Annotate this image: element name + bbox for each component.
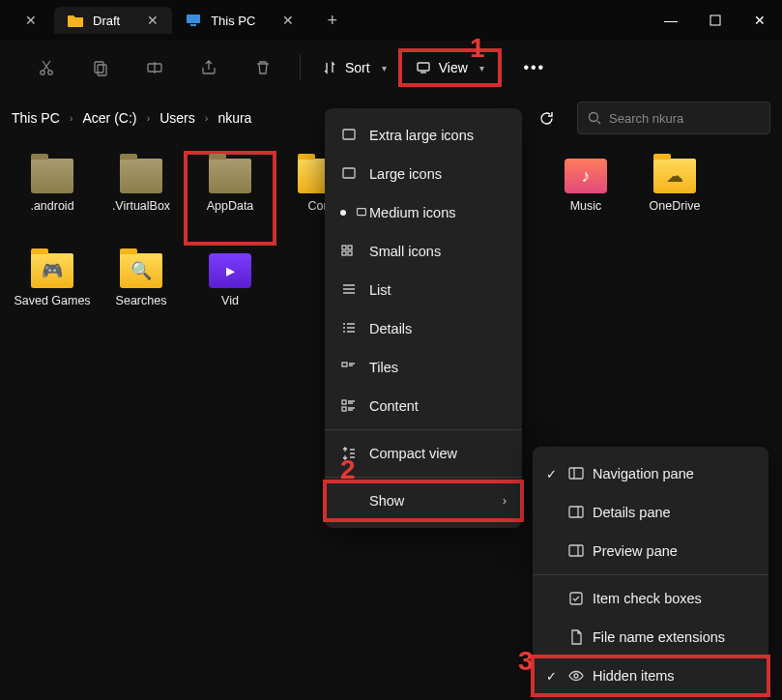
menu-separator [533,574,768,575]
svg-point-3 [41,71,44,74]
folder-label: .android [30,199,73,215]
crumb[interactable]: This PC [12,110,60,126]
svg-rect-8 [418,63,429,71]
folder-icon: 🎮 [31,253,73,288]
folder-item[interactable]: 🎮Saved Games [10,249,95,336]
svg-rect-19 [342,407,346,411]
crumb[interactable]: Users [159,110,195,126]
submenu-item-label: Details pane [593,505,671,520]
eye-icon [567,667,585,685]
folder-glyph-icon: ▸ [209,253,251,288]
view-menu-item[interactable]: List [325,271,522,309]
folder-item[interactable]: ▸Vid [188,249,273,336]
folder-label: OneDrive [650,199,701,215]
share-button[interactable] [189,48,228,87]
view-menu-item[interactable]: Extra large icons [325,116,522,155]
view-menu-item[interactable]: Tiles [325,348,522,387]
show-submenu-item[interactable]: ✓Navigation pane [533,454,768,493]
svg-rect-16 [348,251,352,255]
svg-rect-11 [343,168,355,178]
show-submenu-item[interactable]: Details pane [533,493,768,532]
view-menu-item[interactable]: Details [325,309,522,348]
tab-this-pc[interactable]: This PC ✕ [172,7,307,34]
view-menu-item[interactable]: Medium icons [325,193,522,232]
details-icon [340,320,358,337]
folder-item[interactable]: .android [10,155,95,242]
toolbar: Sort ▾ View ▾ ••• [0,41,782,95]
sort-button[interactable]: Sort ▾ [310,54,398,81]
minimize-button[interactable]: — [649,0,693,41]
show-submenu-item[interactable]: File name extensions [533,618,768,656]
svg-rect-6 [98,65,106,75]
rename-button[interactable] [135,48,174,87]
folder-item[interactable]: .VirtualBox [99,155,184,242]
rect-md-icon [354,204,369,221]
menu-item-label: Tiles [369,360,398,375]
more-button[interactable]: ••• [515,48,554,87]
view-menu-item[interactable]: Content [325,387,522,425]
folder-glyph-icon: ☁ [653,159,696,193]
annotation-box-1: View ▾ [398,48,502,87]
crumb[interactable]: Acer (C:) [82,110,136,126]
svg-rect-14 [348,246,352,249]
list-icon [340,281,358,299]
menu-separator [325,429,522,430]
crumb[interactable]: nkura [217,110,251,126]
close-icon[interactable]: ✕ [8,13,54,28]
submenu-item-label: Preview pane [593,543,678,559]
show-submenu-item[interactable]: ✓Hidden items [533,656,768,695]
folder-label: Vid [221,294,239,309]
tab-draft[interactable]: Draft ✕ [54,7,172,34]
checkbox-icon [567,590,585,607]
folder-label: Searches [116,294,167,309]
show-submenu-item[interactable]: Item check boxes [533,579,768,618]
folder-icon: ♪ [565,159,607,193]
chevron-right-icon: › [146,112,150,124]
folder-label: Saved Games [14,294,90,309]
view-label: View [439,60,468,75]
view-menu-item[interactable]: Large icons [325,155,522,193]
refresh-button[interactable] [529,101,564,135]
show-submenu-item[interactable]: Preview pane [533,532,768,570]
menu-item-label: Large icons [369,166,442,182]
folder-icon: 🔍 [120,253,162,288]
maximize-button[interactable] [693,0,738,41]
svg-rect-18 [342,400,346,404]
menu-item-label: Small icons [369,244,441,259]
search-input[interactable]: Search nkura [577,102,770,134]
divider [300,55,301,80]
delete-button[interactable] [244,48,282,87]
svg-rect-20 [569,468,583,479]
menu-item-label: Extra large icons [369,128,474,143]
folder-icon [120,159,162,193]
folder-label: .VirtualBox [112,199,170,215]
submenu-item-label: File name extensions [593,629,725,645]
close-icon[interactable]: ✕ [147,13,159,28]
check-icon: ✓ [546,669,557,684]
folder-item[interactable]: ☁OneDrive [632,155,717,242]
submenu-item-label: Hidden items [593,668,675,684]
search-placeholder: Search nkura [609,111,683,126]
menu-item-label: Compact view [369,446,457,461]
close-icon[interactable]: ✕ [282,13,294,28]
svg-point-4 [48,71,52,74]
rect-lg-icon [340,165,358,183]
annotation-3: 3 [518,646,534,677]
copy-button[interactable] [81,48,120,87]
content-icon [340,397,358,415]
show-item[interactable]: Show› [325,481,522,520]
menu-item-label: List [369,282,391,298]
new-tab-button[interactable]: + [307,11,357,31]
close-button[interactable]: ✕ [738,0,782,41]
svg-rect-1 [190,24,196,26]
folder-item[interactable]: 🔍Searches [99,249,184,336]
svg-rect-13 [342,246,346,249]
cut-button[interactable] [27,48,66,87]
view-menu-item[interactable]: Small icons [325,232,522,271]
sort-label: Sort [345,60,370,75]
chevron-down-icon: ▾ [382,63,387,73]
svg-rect-12 [358,209,366,216]
annotation-1: 1 [470,33,485,64]
folder-item[interactable]: AppData [188,155,273,242]
folder-item[interactable]: ♪Music [543,155,628,242]
